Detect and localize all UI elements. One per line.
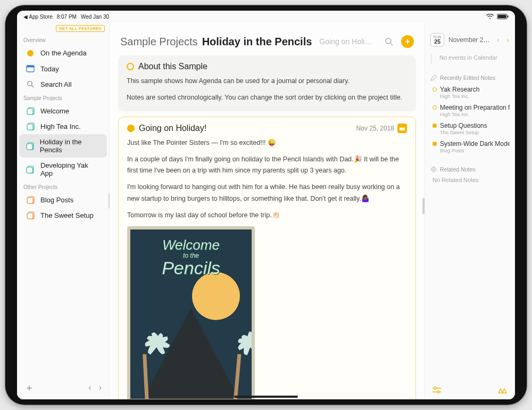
- no-related-label: No Related Notes: [425, 175, 515, 185]
- project-icon: [26, 122, 35, 130]
- ring-bullet-icon: [433, 105, 437, 110]
- svg-point-5: [27, 81, 31, 86]
- add-button[interactable]: ＋: [24, 381, 34, 394]
- cal-next-button[interactable]: ›: [505, 36, 511, 44]
- next-button[interactable]: ›: [99, 383, 102, 392]
- project-icon: [26, 142, 35, 150]
- item-title: Yak Research: [440, 86, 479, 93]
- battery-icon: [497, 14, 509, 19]
- section-overview-label: Overview: [17, 34, 109, 45]
- svg-line-6: [31, 86, 34, 88]
- about-card[interactable]: About this Sample This sample shows how …: [118, 55, 416, 111]
- wifi-icon: [486, 14, 494, 19]
- nav-label: Holiday in the Pencils: [40, 138, 102, 154]
- nav-on-the-agenda[interactable]: On the Agenda: [19, 45, 107, 61]
- agenda-dot-icon: [26, 50, 35, 56]
- tags-button[interactable]: [497, 387, 508, 394]
- nav-search-all[interactable]: Search All: [19, 77, 107, 92]
- calendar-header: SUN 25 November 20… ‹ ›: [425, 22, 515, 51]
- home-indicator[interactable]: [234, 396, 298, 398]
- back-to-app-link[interactable]: ◀ App Store: [23, 14, 53, 20]
- project-icon: [26, 166, 35, 174]
- item-subtitle: The Sweet Setup: [433, 129, 510, 135]
- nav-today[interactable]: Today: [19, 61, 107, 77]
- breadcrumb-parent[interactable]: Sample Projects: [120, 36, 198, 48]
- postcard-image: Welcome to the Pencils: [127, 226, 255, 399]
- svg-rect-22: [400, 126, 405, 128]
- mini-calendar-icon[interactable]: SUN 25: [430, 33, 444, 47]
- calendar-icon: [26, 64, 35, 73]
- calendar-chip-icon: [397, 124, 407, 133]
- svg-rect-18: [27, 213, 33, 219]
- search-button[interactable]: [385, 37, 394, 46]
- get-features-button[interactable]: GET ALL FEATURES: [56, 25, 105, 32]
- status-date: Wed Jan 30: [81, 14, 109, 20]
- status-right: [486, 14, 509, 19]
- sliders-button[interactable]: [433, 387, 441, 394]
- breadcrumb-title[interactable]: Holiday in the Pencils: [202, 36, 312, 48]
- project-icon: [26, 107, 35, 115]
- svg-point-19: [386, 38, 391, 44]
- scroll-indicator[interactable]: [422, 198, 425, 214]
- holiday-card[interactable]: Going on Holiday! Nov 25, 2018 Just like…: [118, 117, 416, 400]
- nav-label: Search All: [40, 80, 72, 88]
- svg-rect-1: [498, 15, 506, 18]
- card-title: Going on Holiday!: [139, 124, 206, 133]
- app-body: GET ALL FEATURES Overview On the Agenda …: [17, 22, 515, 399]
- card-text: Tomorrow is my last day of school before…: [127, 210, 407, 221]
- ipad-frame: ◀ App Store 8:07 PM Wed Jan 30 GET ALL F…: [5, 5, 527, 405]
- card-date[interactable]: Nov 25, 2018: [356, 124, 407, 133]
- project-icon: [26, 196, 35, 204]
- main-header: Sample Projects Holiday in the Pencils G…: [110, 22, 425, 55]
- right-sidebar: SUN 25 November 20… ‹ › No events in Cal…: [425, 22, 515, 399]
- item-title: System-Wide Dark Mode…: [440, 140, 510, 147]
- recent-item[interactable]: Meeting on Preparation f… High Tea Inc.: [425, 101, 515, 119]
- related-section-header: Related Notes: [425, 164, 515, 175]
- nav-label: On the Agenda: [40, 49, 87, 57]
- recent-item[interactable]: Yak Research High Tea Inc.: [425, 83, 515, 101]
- nav-sweet-setup[interactable]: The Sweet Setup: [19, 208, 107, 223]
- card-text: Notes are sorted chronologically. You ca…: [127, 92, 408, 103]
- card-text: In a couple of days I'm finally going on…: [127, 154, 407, 177]
- nav-label: High Tea Inc.: [40, 122, 81, 130]
- nav-label: Welcome: [40, 107, 69, 115]
- status-bar: ◀ App Store 8:07 PM Wed Jan 30: [17, 11, 515, 22]
- section-label: Recently Edited Notes: [440, 75, 495, 81]
- ring-bullet-icon: [433, 87, 437, 92]
- card-title: About this Sample: [138, 62, 207, 71]
- recent-section-header: Recently Edited Notes: [425, 72, 515, 83]
- nav-holiday-pencils[interactable]: Holiday in the Pencils: [19, 134, 107, 158]
- nav-blog-posts[interactable]: Blog Posts: [19, 192, 107, 208]
- svg-rect-16: [27, 198, 33, 203]
- breadcrumb-subtitle[interactable]: Going on Holi…: [319, 37, 372, 46]
- item-title: Setup Questions: [440, 122, 487, 129]
- section-label: Related Notes: [440, 166, 476, 173]
- cal-prev-button[interactable]: ‹: [495, 36, 501, 44]
- nav-label: Today: [40, 65, 59, 73]
- status-time: 8:07 PM: [57, 14, 77, 20]
- no-events-label: No events in Calendar: [430, 53, 515, 64]
- svg-line-20: [390, 43, 393, 45]
- svg-rect-4: [27, 65, 34, 68]
- main-content: Sample Projects Holiday in the Pencils G…: [110, 22, 425, 399]
- item-subtitle: High Tea Inc.: [433, 111, 510, 117]
- sidebar-footer: ＋ ‹ ›: [17, 377, 109, 399]
- nav-developing-yak[interactable]: Developing Yak App: [19, 158, 107, 181]
- add-note-button[interactable]: +: [401, 35, 414, 48]
- project-icon: [26, 211, 35, 219]
- left-sidebar: GET ALL FEATURES Overview On the Agenda …: [17, 22, 110, 399]
- svg-rect-14: [27, 167, 32, 173]
- section-sample-label: Sample Projects: [17, 92, 109, 103]
- nav-welcome[interactable]: Welcome: [19, 103, 107, 119]
- nav-label: Developing Yak App: [40, 161, 102, 177]
- svg-rect-12: [27, 144, 32, 150]
- item-subtitle: High Tea Inc.: [433, 93, 510, 99]
- month-label[interactable]: November 20…: [448, 36, 491, 44]
- prev-button[interactable]: ‹: [88, 383, 91, 392]
- svg-rect-10: [27, 124, 33, 130]
- nav-high-tea[interactable]: High Tea Inc.: [19, 119, 107, 134]
- recent-item[interactable]: Setup Questions The Sweet Setup: [425, 119, 515, 137]
- recent-item[interactable]: System-Wide Dark Mode… Blog Posts: [425, 137, 515, 155]
- svg-rect-8: [27, 109, 33, 114]
- status-left: ◀ App Store 8:07 PM Wed Jan 30: [23, 14, 109, 20]
